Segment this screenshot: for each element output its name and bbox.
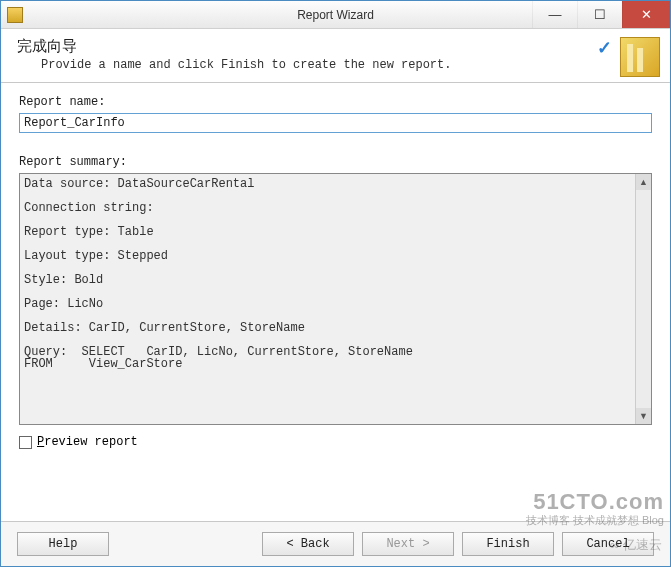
maximize-button[interactable]: ☐ [577,1,622,28]
titlebar: Report Wizard — ☐ ✕ [1,1,670,29]
wizard-body: Report name: Report summary: Data source… [1,83,670,449]
next-button: Next > [362,532,454,556]
watermark-line1: 51CTO.com [526,490,664,514]
cancel-button[interactable]: Cancel [562,532,654,556]
wizard-footer: Help < Back Next > Finish Cancel [1,521,670,566]
preview-report-row[interactable]: Preview report [19,435,652,449]
report-summary-box: Data source: DataSourceCarRental Connect… [19,173,652,425]
wizard-header: 完成向导 Provide a name and click Finish to … [1,29,670,83]
report-summary-text[interactable]: Data source: DataSourceCarRental Connect… [20,174,651,424]
report-summary-label: Report summary: [19,155,652,169]
scrollbar[interactable]: ▲ ▼ [635,174,651,424]
preview-report-label: Preview report [37,435,138,449]
scroll-up-icon[interactable]: ▲ [636,174,651,190]
preview-report-checkbox[interactable] [19,436,32,449]
header-description: Provide a name and click Finish to creat… [41,58,654,72]
window-title: Report Wizard [297,8,374,22]
back-button[interactable]: < Back [262,532,354,556]
finish-button[interactable]: Finish [462,532,554,556]
app-icon [7,7,23,23]
close-button[interactable]: ✕ [622,1,670,28]
help-button[interactable]: Help [17,532,109,556]
report-name-label: Report name: [19,95,652,109]
header-title: 完成向导 [17,37,654,56]
scroll-down-icon[interactable]: ▼ [636,408,651,424]
window-controls: — ☐ ✕ [532,1,670,28]
report-name-input[interactable] [19,113,652,133]
minimize-button[interactable]: — [532,1,577,28]
check-icon: ✓ [597,37,612,59]
report-icon [620,37,660,77]
